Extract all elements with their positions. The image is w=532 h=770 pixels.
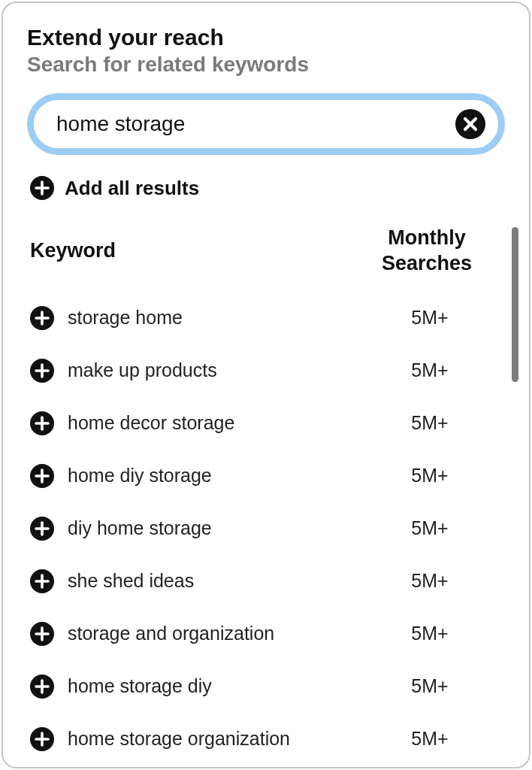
add-all-button[interactable]: Add all results xyxy=(27,176,505,200)
keyword-panel: Extend your reach Search for related key… xyxy=(2,2,530,768)
searches-value: 5M+ xyxy=(355,623,505,644)
plus-icon xyxy=(30,622,54,646)
table-row: storage home5M+ xyxy=(30,292,505,344)
plus-icon xyxy=(30,675,54,699)
clear-search-button[interactable] xyxy=(455,109,485,139)
add-keyword-button[interactable] xyxy=(30,675,54,699)
add-keyword-button[interactable] xyxy=(30,306,54,330)
searches-value: 5M+ xyxy=(355,570,505,592)
panel-title: Extend your reach xyxy=(27,24,505,51)
search-input[interactable] xyxy=(27,93,505,155)
add-keyword-button[interactable] xyxy=(30,464,54,488)
search-container xyxy=(27,93,505,155)
panel-subtitle: Search for related keywords xyxy=(27,53,505,77)
keyword-label: home storage diy xyxy=(68,675,341,698)
keyword-label: diy home storage xyxy=(68,517,341,540)
table-row: home diy storage5M+ xyxy=(30,450,505,502)
searches-value: 5M+ xyxy=(355,412,505,434)
plus-icon xyxy=(30,517,54,541)
column-header-keyword: Keyword xyxy=(30,239,352,262)
add-keyword-button[interactable] xyxy=(30,517,54,541)
searches-value: 5M+ xyxy=(355,307,505,329)
plus-icon xyxy=(30,727,54,751)
keyword-label: storage and organization xyxy=(68,622,341,645)
keyword-label: she shed ideas xyxy=(68,569,341,593)
searches-value: 5M+ xyxy=(355,675,505,697)
plus-icon xyxy=(30,306,54,330)
table-row: she shed ideas5M+ xyxy=(30,555,505,608)
table-header: Keyword Monthly Searches xyxy=(27,226,505,277)
plus-icon xyxy=(30,569,54,593)
plus-icon xyxy=(30,176,54,200)
column-header-searches: Monthly Searches xyxy=(352,226,502,277)
add-keyword-button[interactable] xyxy=(30,622,54,646)
searches-value: 5M+ xyxy=(355,465,505,487)
plus-icon xyxy=(30,411,54,435)
searches-value: 5M+ xyxy=(355,517,505,539)
table-row: storage and organization5M+ xyxy=(30,608,505,660)
plus-icon xyxy=(30,464,54,488)
keyword-label: home diy storage xyxy=(68,464,341,487)
table-row: home storage diy5M+ xyxy=(30,660,505,713)
scrollbar-thumb[interactable] xyxy=(512,227,518,382)
add-keyword-button[interactable] xyxy=(30,359,54,383)
keyword-label: home storage organization xyxy=(68,727,341,750)
plus-icon xyxy=(30,359,54,383)
keyword-label: storage home xyxy=(68,306,341,329)
keyword-label: home decor storage xyxy=(68,411,341,435)
add-keyword-button[interactable] xyxy=(30,569,54,593)
add-keyword-button[interactable] xyxy=(30,411,54,435)
searches-value: 5M+ xyxy=(355,728,505,750)
table-row: make up products5M+ xyxy=(30,344,505,397)
keyword-label: make up products xyxy=(68,359,341,382)
table-row: home decor storage5M+ xyxy=(30,397,505,450)
close-icon xyxy=(455,109,485,139)
results-table: Keyword Monthly Searches storage home5M+… xyxy=(27,226,505,765)
searches-value: 5M+ xyxy=(355,359,505,381)
table-row: diy home storage5M+ xyxy=(30,502,505,555)
table-row: home storage organization5M+ xyxy=(30,713,505,765)
results-list: storage home5M+make up products5M+home d… xyxy=(27,292,505,765)
add-keyword-button[interactable] xyxy=(30,727,54,751)
add-all-label: Add all results xyxy=(65,177,199,200)
